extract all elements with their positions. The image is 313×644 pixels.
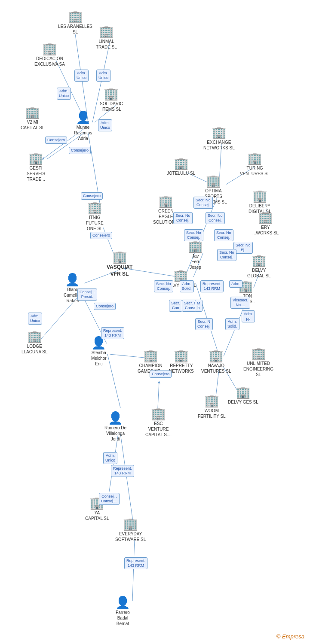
node-label: TURINGVENTURES SL xyxy=(240,165,270,176)
node-label: SOLIDARICITEMS SL xyxy=(100,101,123,112)
node-jotelulu[interactable]: 🏢 JOTELULU SL xyxy=(167,158,195,176)
node-label: SteinbaMelchorEric xyxy=(91,350,107,367)
edge-label-secr-no-8: Secr. NoConsej. xyxy=(154,280,173,292)
node-navajo-ventures[interactable]: 🏢 NAVAJOVENTURES SL xyxy=(201,350,231,374)
person-icon: 👤 xyxy=(76,112,91,124)
node-label: DEDICACIONEXCLUSIVA SA xyxy=(34,56,65,67)
node-exchange-networks[interactable]: 🏢 EXCHANGENETWORKS SL xyxy=(203,127,235,151)
edge-label-vicesecr-no: Vicesecr.No.... xyxy=(230,297,250,309)
person-icon: 👤 xyxy=(115,597,130,609)
building-icon: 🏢 xyxy=(104,88,119,100)
building-icon: 🏢 xyxy=(27,331,42,343)
edge-label-secr-no-7: Secr. NoConsej. xyxy=(217,249,236,261)
node-jav-ferr-josep[interactable]: 🏢 JavFerrJosep xyxy=(188,240,203,270)
node-gesti-serveis[interactable]: 🏢 GESTISERVEISTRADE... xyxy=(27,152,45,182)
node-label: DELVY GES SL xyxy=(228,399,258,405)
node-label: EVERYDAYSOFTWARE SL xyxy=(115,531,146,542)
person-icon: 👤 xyxy=(65,274,80,286)
node-ery-works[interactable]: 🏢 ERY...WORKS SL xyxy=(252,212,279,236)
node-steinba-melchor[interactable]: 👤 SteinbaMelchorEric xyxy=(91,337,107,367)
node-turing-ventures[interactable]: 🏢 TURINGVENTURES SL xyxy=(240,152,270,176)
edge-label-consejero-2: Consejero xyxy=(69,147,91,154)
edge-label-consej-consej: Consej. .Consej.... xyxy=(99,493,120,505)
building-icon-red: 🏢 xyxy=(112,251,127,263)
building-icon: 🏢 xyxy=(174,350,189,362)
person-icon: 👤 xyxy=(108,412,123,424)
node-farrero-badal[interactable]: 👤 FarreroBadalBernat xyxy=(115,597,130,626)
node-label: UNLIMITEDENGINEERINGSL xyxy=(243,361,273,377)
copyright: © Empresa xyxy=(276,633,304,640)
node-label: LINMALTRADE SL xyxy=(96,39,117,50)
building-icon: 🏢 xyxy=(188,240,203,252)
edge-label-adm-unico-4: Adm.Unico xyxy=(98,119,112,131)
node-label: YACAPITAL SL xyxy=(85,510,109,521)
edge-label-secr-con: Secr.Con xyxy=(169,300,182,312)
node-label: LES ARANELLES SL xyxy=(56,24,95,35)
node-repretty-networks[interactable]: 🏢 REPRETTYNETWORKS xyxy=(169,350,194,374)
building-icon: 🏢 xyxy=(99,26,114,38)
node-solidaric-items[interactable]: 🏢 SOLIDARICITEMS SL xyxy=(100,88,123,112)
node-label: FarreroBadalBernat xyxy=(116,610,130,626)
edge-label-adm-unico-3: Adm.Unico xyxy=(57,88,71,100)
edge-label-secr-no-6: Secr. NoEj. xyxy=(233,242,253,254)
building-icon: 🏢 xyxy=(174,158,189,170)
node-munne-raventos[interactable]: 👤 MunneRaventosAdria xyxy=(74,112,92,141)
building-icon: 🏢 xyxy=(173,270,188,282)
building-icon: 🏢 xyxy=(252,190,267,202)
building-icon: 🏢 xyxy=(42,43,57,55)
edge-label-consejero-5: Consejero xyxy=(94,303,116,310)
node-les-aranelles[interactable]: 🏢 LES ARANELLES SL xyxy=(56,11,95,35)
edge-label-secr-no-1: Secr. NoConsej. xyxy=(193,197,213,209)
node-label: Romero DeVillalongaJordi xyxy=(104,425,126,442)
node-delvy-global[interactable]: 🏢 DELVYGLOBAL SL xyxy=(247,255,271,279)
node-woom-fertility[interactable]: 🏢 WOOMFERTILITY SL xyxy=(198,395,226,419)
node-label: EXCHANGENETWORKS SL xyxy=(203,140,235,151)
node-label: ESCVENTURECAPITAL S.... xyxy=(145,421,172,437)
node-itnig-future[interactable]: 🏢 ITNIGFUTUREONE SL xyxy=(86,202,104,231)
building-icon: 🏢 xyxy=(28,152,43,164)
node-label: GESTISERVEISTRADE... xyxy=(27,165,45,182)
node-linmal-trade[interactable]: 🏢 LINMALTRADE SL xyxy=(96,26,117,50)
node-label: ERY...WORKS SL xyxy=(252,225,279,236)
node-esc-venture[interactable]: 🏢 ESCVENTURECAPITAL S.... xyxy=(145,408,172,437)
building-icon: 🏢 xyxy=(123,518,138,530)
edge-label-adm-unico-5: Adm.Unico xyxy=(28,313,42,325)
building-icon: 🏢 xyxy=(87,202,102,214)
edge-label-represent-4: Represent.143 RRM xyxy=(200,280,224,292)
building-icon: 🏢 xyxy=(247,152,262,164)
building-icon: 🏢 xyxy=(236,386,251,398)
building-icon: 🏢 xyxy=(206,175,221,187)
building-icon: 🏢 xyxy=(251,348,266,360)
svg-line-13 xyxy=(120,434,133,524)
node-lodge-llacuna[interactable]: 🏢 LODGELLACUNA SL xyxy=(21,331,48,355)
svg-line-11 xyxy=(107,354,120,408)
node-vasquiat-vfr[interactable]: 🏢 VASQUIATVFR SL xyxy=(107,251,132,277)
node-label: NAVAJOVENTURES SL xyxy=(201,363,231,374)
node-label: MunneRaventosAdria xyxy=(74,125,92,141)
node-label: WOOMFERTILITY SL xyxy=(198,408,226,419)
building-icon: 🏢 xyxy=(252,255,267,267)
edge-label-adm-unico-6: Adm.Unico xyxy=(103,452,117,464)
edge-label-adm-solid-2: Adm.Solid. xyxy=(225,318,239,330)
node-unlimited-engineering[interactable]: 🏢 UNLIMITEDENGINEERINGSL xyxy=(243,348,273,377)
edge-label-represent-3: Represent.143 RRM xyxy=(124,557,147,569)
graph-container: 🏢 LES ARANELLES SL 🏢 LINMALTRADE SL 🏢 DE… xyxy=(0,0,313,644)
building-icon: 🏢 xyxy=(151,408,166,420)
building-icon: 🏢 xyxy=(68,11,83,23)
building-icon: 🏢 xyxy=(204,395,219,407)
node-romero-de-villalonga[interactable]: 👤 Romero DeVillalongaJordi xyxy=(104,412,126,442)
building-icon: 🏢 xyxy=(212,127,227,139)
node-v2-mi-capital[interactable]: 🏢 V2 MICAPITAL SL xyxy=(21,106,45,131)
edge-label-secr-n-consej: Secr. NConsej. xyxy=(195,318,213,330)
edge-label-secr-no-5: Secr. NoConsej. xyxy=(214,229,233,241)
node-everyday-software[interactable]: 🏢 EVERYDAYSOFTWARE SL xyxy=(115,518,146,542)
edge-label-adm-unico-1: Adm.Unico xyxy=(74,70,89,82)
edge-label-consejero-1: Consejero xyxy=(45,137,67,144)
node-delvy-ges[interactable]: 🏢 DELVY GES SL xyxy=(228,386,258,405)
edge-label-consej-presid: Consej. .Presid. xyxy=(77,289,97,301)
building-icon: 🏢 xyxy=(258,212,273,224)
node-label: DELVYGLOBAL SL xyxy=(247,267,271,279)
node-label: JOTELULU SL xyxy=(167,170,195,176)
node-dedicacion-exclusiva[interactable]: 🏢 DEDICACIONEXCLUSIVA SA xyxy=(34,43,65,67)
node-label: ITNIGFUTUREONE SL xyxy=(86,215,104,231)
